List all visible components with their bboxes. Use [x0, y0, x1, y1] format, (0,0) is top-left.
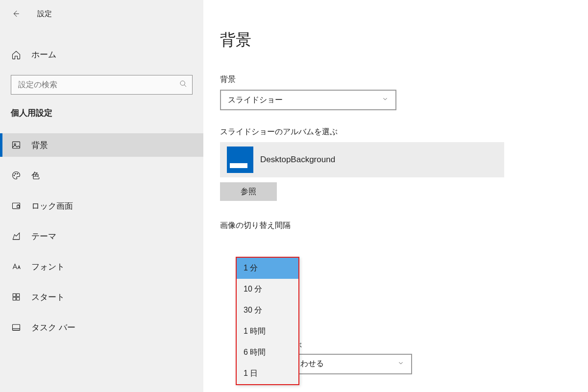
svg-point-4: [15, 173, 16, 174]
album-label: スライドショーのアルバムを選ぶ: [220, 127, 568, 137]
interval-option[interactable]: 30 分: [237, 300, 298, 321]
background-label: 背景: [220, 74, 568, 85]
nav-item-lockscreen[interactable]: ロック画面: [0, 194, 203, 218]
browse-button[interactable]: 参照: [220, 182, 277, 201]
background-dropdown[interactable]: スライドショー: [220, 90, 396, 110]
nav-label: フォント: [31, 261, 65, 272]
nav-item-taskbar[interactable]: タスク バー: [0, 316, 203, 339]
app-title: 設定: [37, 9, 52, 19]
interval-option[interactable]: 6 時間: [237, 342, 298, 363]
svg-rect-11: [17, 297, 20, 300]
svg-rect-9: [17, 294, 20, 296]
interval-label: 画像の切り替え間隔: [220, 220, 568, 231]
taskbar-icon: [11, 322, 22, 333]
background-value: スライドショー: [228, 95, 283, 105]
fit-value-partial: わせる: [300, 359, 324, 369]
nav-label: スタート: [31, 292, 65, 303]
font-icon: [11, 261, 22, 272]
svg-rect-8: [13, 294, 16, 296]
category-heading: 個人用設定: [11, 107, 193, 119]
nav: 背景 色 ロック画面 テーマ フォント スタート タスク バー: [0, 133, 203, 339]
home-label: ホーム: [31, 49, 56, 60]
svg-point-0: [180, 81, 185, 85]
back-button[interactable]: [11, 9, 21, 19]
interval-option[interactable]: 1 日: [237, 363, 298, 384]
svg-rect-10: [13, 297, 16, 300]
palette-icon: [11, 170, 22, 181]
album-name: DesktopBackground: [260, 155, 335, 165]
arrow-left-icon: [11, 9, 20, 18]
svg-rect-6: [13, 203, 20, 209]
home-icon: [11, 49, 22, 60]
search-icon: [179, 80, 187, 90]
interval-option[interactable]: 1 分: [237, 258, 298, 279]
album-item[interactable]: DesktopBackground: [220, 142, 504, 177]
chevron-down-icon: [382, 96, 389, 104]
interval-dropdown-open: 1 分 10 分 30 分 1 時間 6 時間 1 日: [236, 257, 299, 385]
page-title: 背景: [220, 29, 568, 51]
nav-item-colors[interactable]: 色: [0, 164, 203, 187]
topbar: 設定: [0, 5, 203, 23]
svg-rect-12: [13, 324, 20, 330]
nav-label: ロック画面: [31, 200, 73, 212]
svg-rect-7: [17, 205, 20, 207]
home-link[interactable]: ホーム: [0, 43, 203, 66]
search-input[interactable]: [18, 80, 179, 89]
svg-point-5: [17, 173, 18, 174]
nav-item-themes[interactable]: テーマ: [0, 224, 203, 248]
sidebar: 設定 ホーム 個人用設定 背景 色 ロック画面 テーマ: [0, 0, 203, 392]
nav-item-fonts[interactable]: フォント: [0, 255, 203, 278]
svg-point-3: [14, 175, 15, 176]
nav-label: 背景: [31, 140, 48, 151]
search-box[interactable]: [11, 75, 193, 95]
album-thumbnail: [227, 147, 253, 173]
interval-option[interactable]: 1 時間: [237, 321, 298, 342]
nav-item-background[interactable]: 背景: [0, 133, 203, 157]
svg-rect-1: [13, 142, 20, 148]
nav-label: テーマ: [31, 231, 56, 242]
start-icon: [11, 292, 22, 302]
chevron-down-icon: [397, 360, 404, 368]
lock-screen-icon: [11, 200, 22, 211]
nav-label: 色: [31, 170, 40, 181]
interval-option[interactable]: 10 分: [237, 279, 298, 300]
theme-icon: [11, 231, 22, 242]
nav-item-start[interactable]: スタート: [0, 285, 203, 309]
svg-rect-13: [13, 329, 20, 330]
nav-label: タスク バー: [31, 322, 75, 333]
picture-icon: [11, 140, 22, 150]
